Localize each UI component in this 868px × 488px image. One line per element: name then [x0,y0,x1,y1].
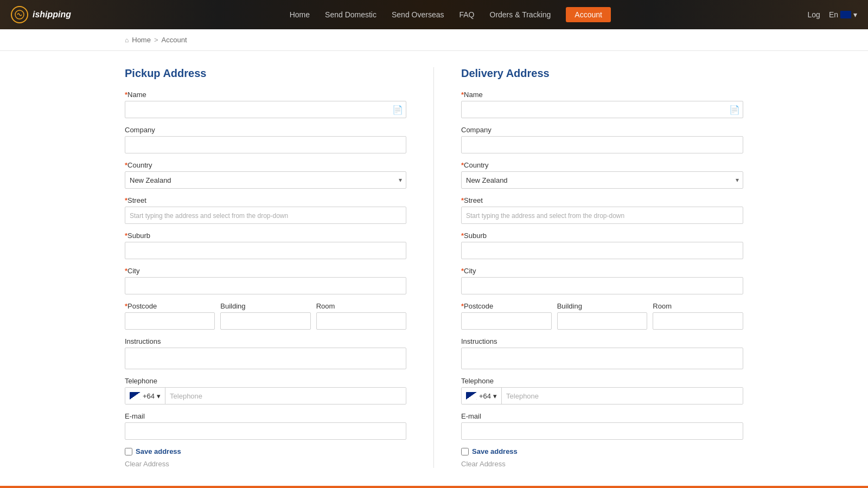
pickup-telephone-group: Telephone +64 ▾ [125,377,406,404]
delivery-nz-flag-icon [466,392,477,400]
delivery-instructions-label: Instructions [461,337,743,345]
delivery-phone-group: +64 ▾ [461,387,743,404]
pickup-country-label: *Country [125,161,406,169]
pickup-postcode-label: *Postcode [125,302,215,310]
pickup-building-label: Building [220,302,310,310]
delivery-street-group: *Street [461,196,743,224]
pickup-company-input[interactable] [125,136,406,153]
pickup-clear-address-button[interactable]: Clear Address [125,460,406,468]
nav-account-button[interactable]: Account [566,7,611,22]
pickup-suburb-input[interactable] [125,242,406,259]
delivery-postcode-label: *Postcode [461,302,552,310]
pickup-room-input[interactable] [316,312,406,330]
nav-send-domestic[interactable]: Send Domestic [325,10,376,19]
delivery-name-group: *Name 📄 [461,91,743,118]
delivery-company-group: Company [461,126,743,153]
delivery-contact-book-icon[interactable]: 📄 [729,105,740,115]
delivery-suburb-group: *Suburb [461,232,743,259]
delivery-phone-chevron-icon: ▾ [493,392,497,400]
pickup-telephone-label: Telephone [125,377,406,385]
breadcrumb-separator: > [154,36,158,44]
nav-log[interactable]: Log [808,10,820,19]
nav-send-overseas[interactable]: Send Overseas [392,10,444,19]
pickup-name-input[interactable] [125,101,406,118]
delivery-company-input[interactable] [461,136,743,153]
delivery-city-group: *City [461,267,743,294]
pickup-title: Pickup Address [125,67,406,80]
pickup-save-address-checkbox[interactable] [125,448,132,455]
delivery-street-input[interactable] [461,207,743,224]
pickup-contact-book-icon[interactable]: 📄 [392,105,403,115]
orange-accent-bar [0,486,868,488]
breadcrumb-home[interactable]: Home [132,36,151,44]
pickup-email-group: E-mail [125,412,406,440]
delivery-company-label: Company [461,126,743,134]
delivery-email-group: E-mail [461,412,743,440]
pickup-name-input-wrapper: 📄 [125,101,406,118]
delivery-phone-code: +64 [479,392,491,400]
breadcrumb-current: Account [162,36,187,44]
pickup-instructions-input[interactable] [125,348,406,369]
main-content: Pickup Address *Name 📄 Company *Country [0,51,868,488]
home-icon: ⌂ [125,36,129,44]
pickup-email-input[interactable] [125,422,406,440]
pickup-instructions-group: Instructions [125,337,406,369]
pickup-save-address-group: Save address [125,447,406,455]
delivery-address-section: Delivery Address *Name 📄 Company *Countr… [434,67,743,468]
delivery-room-label: Room [653,302,743,310]
delivery-country-select[interactable]: New Zealand [461,171,743,189]
pickup-country-select[interactable]: New Zealand [125,171,406,189]
nav-home[interactable]: Home [290,10,310,19]
logo-icon [11,6,28,23]
delivery-telephone-label: Telephone [461,377,743,385]
nav-orders-tracking[interactable]: Orders & Tracking [490,10,551,19]
pickup-city-label: *City [125,267,406,275]
pickup-room-label: Room [316,302,406,310]
pickup-city-input[interactable] [125,277,406,294]
pickup-country-group: *Country New Zealand ▾ [125,161,406,189]
lang-text: En [829,10,838,19]
pickup-phone-input[interactable] [165,388,406,404]
delivery-instructions-group: Instructions [461,337,743,369]
pickup-street-group: *Street [125,196,406,224]
pickup-company-label: Company [125,126,406,134]
language-selector[interactable]: En ▾ [829,10,857,19]
delivery-phone-prefix[interactable]: +64 ▾ [462,388,502,404]
pickup-company-group: Company [125,126,406,153]
pickup-country-select-wrapper: New Zealand ▾ [125,171,406,189]
delivery-city-input[interactable] [461,277,743,294]
pickup-instructions-label: Instructions [125,337,406,345]
address-columns: Pickup Address *Name 📄 Company *Country [125,67,743,468]
delivery-room-input[interactable] [653,312,743,330]
delivery-country-group: *Country New Zealand ▾ [461,161,743,189]
pickup-phone-code: +64 [143,392,155,400]
delivery-name-input-wrapper: 📄 [461,101,743,118]
breadcrumb-bar: ⌂ Home > Account [0,29,868,51]
pickup-street-input[interactable] [125,207,406,224]
pickup-save-address-label: Save address [136,447,181,455]
delivery-instructions-input[interactable] [461,348,743,369]
delivery-building-input[interactable] [557,312,648,330]
delivery-name-input[interactable] [461,101,743,118]
delivery-name-label: *Name [461,91,743,99]
delivery-phone-input[interactable] [502,388,743,404]
pickup-email-label: E-mail [125,412,406,420]
pickup-postcode-input[interactable] [125,312,215,330]
site-header: ishipping Home Send Domestic Send Overse… [0,0,868,29]
nav-faq[interactable]: FAQ [459,10,474,19]
delivery-save-address-checkbox[interactable] [461,448,469,455]
delivery-suburb-input[interactable] [461,242,743,259]
delivery-clear-address-button[interactable]: Clear Address [461,460,743,468]
delivery-email-input[interactable] [461,422,743,440]
pickup-phone-prefix[interactable]: +64 ▾ [125,388,165,404]
pickup-building-input[interactable] [220,312,310,330]
header-right: Log En ▾ [808,10,857,19]
delivery-save-address-label: Save address [472,447,518,455]
pickup-suburb-group: *Suburb [125,232,406,259]
delivery-street-label: *Street [461,196,743,204]
nz-flag-icon [840,11,851,18]
delivery-postcode-input[interactable] [461,312,552,330]
delivery-city-label: *City [461,267,743,275]
logo[interactable]: ishipping [11,6,71,23]
delivery-telephone-group: Telephone +64 ▾ [461,377,743,404]
